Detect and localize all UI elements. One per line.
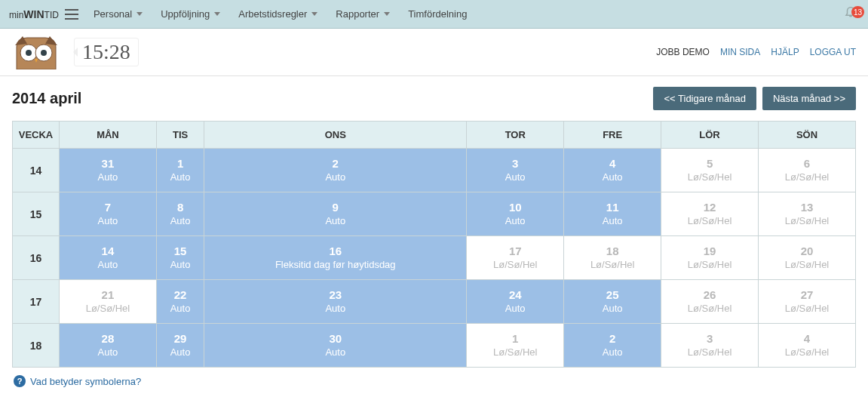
day-label: Auto [157,171,204,183]
cal-header-tor: TOR [467,122,564,149]
cal-day-cell[interactable]: 23Auto [204,280,467,324]
day-number: 3 [661,332,758,345]
cal-week-row: 1721Lø/Sø/Hel22Auto23Auto24Auto25Auto26L… [13,280,856,324]
cal-day-cell[interactable]: 16Fleksitid dag før høytidsdag [204,236,467,280]
cal-day-cell[interactable]: 9Auto [204,192,467,236]
cal-day-cell[interactable]: 4Lø/Sø/Hel [759,324,856,368]
day-number: 8 [157,201,204,214]
cal-day-cell[interactable]: 3Auto [467,149,564,192]
cal-day-cell[interactable]: 31Auto [60,149,157,192]
cal-day-cell[interactable]: 24Auto [467,280,564,324]
cal-header-fre: FRE [564,122,661,149]
cal-day-cell[interactable]: 25Auto [564,280,661,324]
nav-item-rapporter[interactable]: Rapporter [336,8,390,20]
cal-day-cell[interactable]: 26Lø/Sø/Hel [661,280,759,324]
logout-link[interactable]: LOGGA UT [810,47,856,57]
prev-month-button[interactable]: << Tidigare månad [653,87,756,110]
cal-day-cell[interactable]: 10Auto [467,192,564,236]
day-number: 16 [204,245,466,257]
day-label: Lø/Sø/Hel [661,346,758,359]
day-number: 28 [60,332,156,345]
symbols-help[interactable]: ? Vad betyder symbolerna? [0,368,868,395]
day-number: 5 [661,157,758,170]
help-link[interactable]: HJÄLP [771,47,799,57]
cal-day-cell[interactable]: 19Lø/Sø/Hel [661,236,759,280]
cal-day-cell[interactable]: 1Lø/Sø/Hel [467,324,564,368]
user-bar: JOBB DEMO MIN SIDA HJÄLP LOGGA UT [656,47,856,57]
day-label: Lø/Sø/Hel [467,346,563,359]
day-label: Lø/Sø/Hel [564,259,661,271]
day-number: 31 [60,157,156,170]
notifications-button[interactable]: 13 [844,5,857,20]
cal-day-cell[interactable]: 17Lø/Sø/Hel [467,236,564,280]
cal-day-cell[interactable]: 6Lø/Sø/Hel [759,149,856,192]
nav-item-label: Timfördelning [408,8,467,20]
cal-week-row: 1431Auto1Auto2Auto3Auto4Auto5Lø/Sø/Hel6L… [13,149,856,192]
day-number: 19 [661,245,758,257]
cal-day-cell[interactable]: 21Lø/Sø/Hel [60,280,157,324]
my-page-link[interactable]: MIN SIDA [720,47,760,57]
day-label: Lø/Sø/Hel [759,171,855,183]
nav-item-label: Arbetstidsregler [238,8,307,20]
day-label: Auto [60,259,156,271]
cal-day-cell[interactable]: 29Auto [156,324,204,368]
nav-item-uppföljning[interactable]: Uppföljning [161,8,220,20]
calendar-table: VECKAMÅNTISONSTORFRELÖRSÖN 1431Auto1Auto… [12,121,856,368]
day-label: Auto [157,259,204,271]
chevron-down-icon [311,12,317,16]
next-month-button[interactable]: Nästa månad >> [762,87,856,110]
day-label: Lø/Sø/Hel [467,259,563,271]
cal-day-cell[interactable]: 3Lø/Sø/Hel [661,324,759,368]
cal-day-cell[interactable]: 11Auto [564,192,661,236]
cal-day-cell[interactable]: 14Auto [60,236,157,280]
cal-day-cell[interactable]: 28Auto [60,324,157,368]
cal-day-cell[interactable]: 30Auto [204,324,467,368]
svg-point-2 [26,50,32,56]
sub-header: 15:28 JOBB DEMO MIN SIDA HJÄLP LOGGA UT [0,29,868,76]
cal-day-cell[interactable]: 2Auto [564,324,661,368]
cal-day-cell[interactable]: 22Auto [156,280,204,324]
day-label: Auto [60,215,156,227]
cal-day-cell[interactable]: 12Lø/Sø/Hel [661,192,759,236]
nav-item-personal[interactable]: Personal [94,8,143,20]
day-label: Lø/Sø/Hel [661,259,758,271]
question-icon: ? [14,375,26,387]
nav-item-timfördelning[interactable]: Timfördelning [408,8,467,20]
cal-day-cell[interactable]: 4Auto [564,149,661,192]
owl-logo-icon [12,35,60,69]
clock-display: 15:28 [74,38,139,66]
cal-day-cell[interactable]: 20Lø/Sø/Hel [759,236,856,280]
day-number: 22 [157,288,204,301]
day-number: 25 [564,288,661,301]
cal-day-cell[interactable]: 2Auto [204,149,467,192]
day-label: Lø/Sø/Hel [759,215,855,227]
symbols-help-link[interactable]: Vad betyder symbolerna? [30,376,141,387]
cal-day-cell[interactable]: 18Lø/Sø/Hel [564,236,661,280]
day-label: Lø/Sø/Hel [759,303,855,315]
cal-day-cell[interactable]: 7Auto [60,192,157,236]
day-number: 24 [467,288,563,301]
cal-header-mån: MÅN [60,122,157,149]
user-job-label: JOBB DEMO [656,47,710,57]
cal-day-cell[interactable]: 1Auto [156,149,204,192]
day-label: Auto [564,171,661,183]
cal-day-cell[interactable]: 5Lø/Sø/Hel [661,149,759,192]
day-number: 9 [204,201,466,214]
day-number: 4 [564,157,661,170]
menu-icon[interactable] [65,9,78,20]
day-number: 2 [204,157,466,170]
cal-day-cell[interactable]: 13Lø/Sø/Hel [759,192,856,236]
day-label: Auto [157,303,204,315]
day-label: Auto [564,346,661,359]
day-number: 11 [564,201,661,214]
day-label: Auto [204,215,466,227]
day-label: Auto [564,215,661,227]
cal-day-cell[interactable]: 15Auto [156,236,204,280]
day-number: 1 [157,157,204,170]
day-number: 1 [467,332,563,345]
day-label: Auto [204,171,466,183]
cal-day-cell[interactable]: 8Auto [156,192,204,236]
cal-day-cell[interactable]: 27Lø/Sø/Hel [759,280,856,324]
day-label: Lø/Sø/Hel [759,259,855,271]
nav-item-arbetstidsregler[interactable]: Arbetstidsregler [238,8,317,20]
